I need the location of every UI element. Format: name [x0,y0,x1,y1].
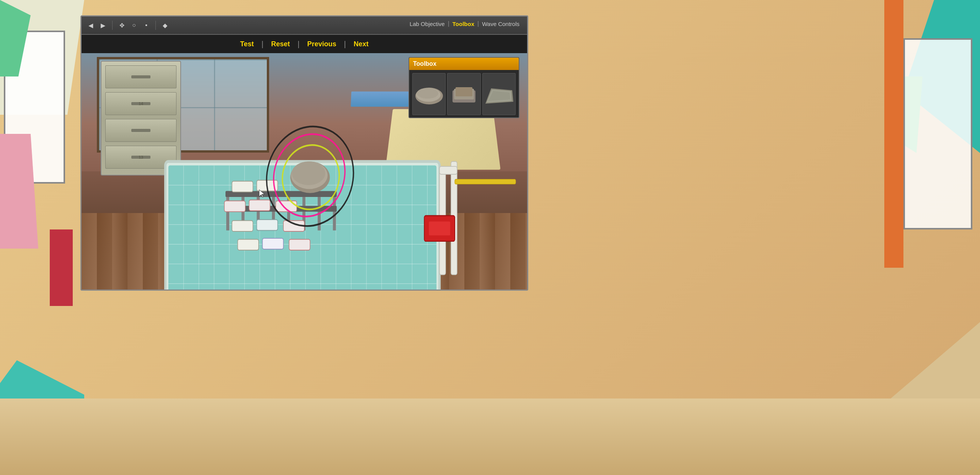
simulation-panel: ◀ ▶ ✥ ○ ▪ ◆ Lab Objective | Toolbox | Wa… [80,15,528,291]
nav-sep-1: | [448,20,449,27]
book-open [385,109,501,169]
toolbox-header: Toolbox [409,58,519,70]
simulation-scene: 14 13 [82,53,527,290]
pointer-icon[interactable]: ▪ [142,21,151,30]
drawer-label-2: 14 [139,101,143,106]
cabinet-body: 14 13 [101,61,181,176]
toolbox-title: Toolbox [413,60,436,67]
drawer-label-4: 13 [139,155,143,159]
wave-controls-link[interactable]: Wave Controls [482,21,519,27]
back-icon[interactable]: ◀ [86,21,95,30]
svg-rect-35 [232,181,253,192]
lab-objective-link[interactable]: Lab Objective [410,21,445,27]
toolbox-panel: Toolbox [408,57,519,118]
toolbox-body [409,70,519,118]
svg-rect-36 [257,180,278,191]
filing-cabinet: 14 13 [101,61,181,176]
svg-rect-34 [225,206,337,211]
right-window [903,38,972,229]
nav-sep-2: | [477,20,479,27]
next-button[interactable]: Next [346,38,376,50]
expand-icon[interactable]: ✥ [117,21,126,30]
sim-nav-links: Lab Objective | Toolbox | Wave Controls [410,20,519,27]
toolbar-separator-2 [155,21,156,30]
previous-button[interactable]: Previous [299,38,344,50]
toolbox-link[interactable]: Toolbox [452,21,474,27]
test-button[interactable]: Test [232,38,261,50]
toolbox-rock-1-svg [414,83,444,106]
circle-icon[interactable]: ○ [129,21,139,30]
pin-icon[interactable]: ◆ [160,21,170,30]
cabinet-drawer-1[interactable] [105,65,176,88]
toolbox-item-3[interactable] [482,73,516,115]
svg-rect-55 [455,179,516,184]
svg-rect-64 [456,87,472,96]
svg-rect-39 [276,201,297,211]
right-accent-orange [884,0,903,268]
left-accent-red [50,229,73,306]
toolbar-separator-1 [112,21,113,30]
drawer-handle-1 [131,75,150,78]
toolbox-rock-2-svg [449,83,479,106]
toolbox-item-1[interactable] [412,73,446,115]
sim-nav-bar: Test | Reset | Previous | Next [82,35,527,53]
svg-rect-38 [249,200,270,211]
cabinet-drawer-2[interactable]: 14 [105,92,176,115]
wood-floor [82,213,527,290]
svg-point-61 [417,88,438,99]
forward-icon[interactable]: ▶ [98,21,108,30]
toolbox-rock-3-svg [483,83,514,106]
room-floor [0,399,980,475]
svg-rect-37 [224,201,245,211]
toolbox-item-2[interactable] [447,73,480,115]
cabinet-drawer-3[interactable] [105,119,176,142]
svg-rect-33 [225,191,337,197]
cabinet-drawer-4[interactable]: 13 [105,146,176,169]
cursor-icon [258,189,266,198]
sim-toolbar: ◀ ▶ ✥ ○ ▪ ◆ Lab Objective | Toolbox | Wa… [82,16,527,35]
svg-marker-68 [259,190,265,197]
drawer-handle-3 [131,129,150,132]
reset-button[interactable]: Reset [263,38,297,50]
